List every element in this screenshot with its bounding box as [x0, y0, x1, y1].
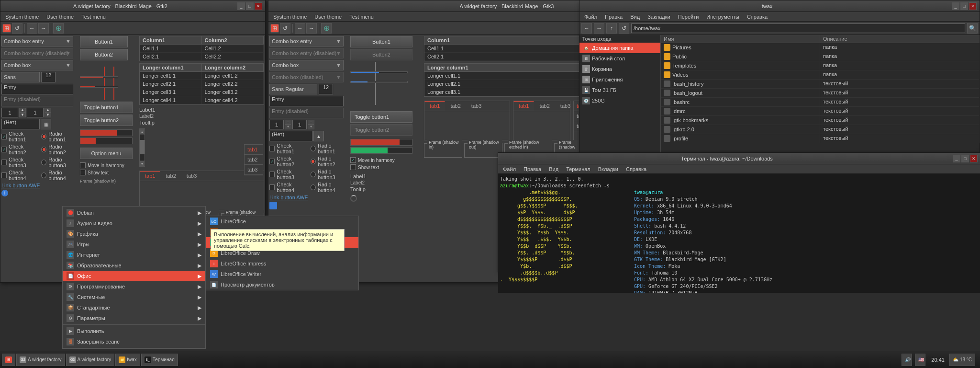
gtk3-tb-back[interactable]: ←: [295, 23, 305, 34]
file-menu-help[interactable]: Справка: [744, 13, 770, 21]
sidebar-volume2[interactable]: 💽 250G: [579, 95, 660, 106]
ctx-run[interactable]: ▶ Выполнить: [63, 326, 205, 336]
font-size-input[interactable]: 12: [41, 72, 56, 82]
ctx-debian[interactable]: 🔴 Debian ▶: [63, 207, 205, 218]
gtk3-radio2[interactable]: [311, 159, 316, 164]
radio3[interactable]: [41, 160, 46, 165]
submenu-lo[interactable]: LO LibreOffice: [206, 216, 358, 227]
gtk3-tb-icon1[interactable]: ⊞: [270, 24, 279, 33]
file-row-profile[interactable]: .profile текстовый: [661, 134, 980, 143]
longer-row-2[interactable]: Longer cell2.1 Longer cell2.2: [140, 80, 264, 88]
terminal-close[interactable]: ✕: [970, 155, 978, 162]
file-minimize[interactable]: _: [952, 2, 959, 10]
ctx-edu[interactable]: 📚 Образовательные ▶: [63, 260, 205, 271]
gtk3-combo-entry[interactable]: Combo box entry ▼: [269, 36, 344, 46]
scroll-up-btn[interactable]: ▲: [140, 129, 145, 135]
gtk3-tab3b[interactable]: tab3: [555, 101, 576, 111]
spin1-up[interactable]: ▲: [19, 108, 26, 113]
sidebar-home[interactable]: 🏠 Домашняя папка: [579, 43, 660, 53]
gtk3-toggle2[interactable]: Toggle button2: [350, 124, 412, 136]
file-row-pictures[interactable]: Pictures папка: [661, 43, 980, 52]
longer-row-3[interactable]: Longer cell3.1 Longer cell3.2: [140, 88, 264, 96]
file-tb-fwd[interactable]: →: [594, 23, 604, 34]
spin2-down[interactable]: ▼: [45, 113, 51, 117]
gtk3-menu-test[interactable]: Test menu: [346, 13, 377, 21]
terminal-content[interactable]: Taking shot in 3.. 2.. 1.. 0. azura@twax…: [498, 174, 980, 293]
gtk3-tb-forward[interactable]: →: [306, 23, 317, 34]
gtk2-menu-test[interactable]: Test menu: [78, 13, 109, 21]
tab-vert1[interactable]: tab1: [245, 145, 263, 155]
scroll-track[interactable]: [140, 135, 145, 161]
gtk3-radio4[interactable]: [311, 184, 316, 190]
combo-box[interactable]: Combo box ▼: [1, 60, 73, 70]
file-menu-go[interactable]: Перейти: [675, 13, 702, 21]
gtk3-menu-system[interactable]: System theme: [270, 13, 310, 21]
gtk3-button2[interactable]: Button2: [350, 49, 412, 60]
file-row-public[interactable]: Public папка: [661, 52, 980, 61]
tab-vert3[interactable]: tab3: [245, 165, 263, 175]
radio4[interactable]: [41, 172, 46, 178]
gtk3-font-size-input[interactable]: 12: [319, 84, 333, 94]
ctx-games[interactable]: 🎮 Игры ▶: [63, 239, 205, 250]
terminal-menu-file[interactable]: Файл: [500, 165, 519, 173]
file-menu-edit[interactable]: Правка: [602, 13, 625, 21]
gtk3-entry-widget[interactable]: Entry: [269, 96, 344, 106]
sidebar-apps[interactable]: ⊞ Приложения: [579, 74, 660, 85]
none-btn[interactable]: ▦: [41, 119, 51, 129]
taskbar-terminal[interactable]: $_ Терминал: [141, 354, 178, 366]
gtk3-none-input[interactable]: (Нет): [269, 131, 312, 141]
file-menu-tools[interactable]: Инструменты: [703, 13, 742, 21]
ctx-system[interactable]: 🔧 Системные ▶: [63, 292, 205, 302]
taskbar-file[interactable]: 📁 twax: [115, 354, 140, 366]
file-close[interactable]: ✕: [969, 2, 977, 10]
entry-widget[interactable]: Entry: [1, 84, 73, 94]
ctx-graphics[interactable]: 🎨 Графика ▶: [63, 229, 205, 239]
file-menu-bookmarks[interactable]: Закладки: [645, 13, 673, 21]
taskbar-gtk2[interactable]: G2 A widget factory: [16, 354, 65, 366]
gtk3-spin2-minus[interactable]: −: [308, 120, 314, 125]
gtk3-check1-box[interactable]: [269, 146, 275, 151]
ctx-params[interactable]: ⚙ Параметры ▶: [63, 313, 205, 323]
radio1[interactable]: [41, 134, 46, 139]
longer-row-1[interactable]: Longer cell1.1 Longer cell1.2: [140, 72, 264, 80]
gtk2-tb-refresh[interactable]: ↺: [12, 23, 22, 34]
gtk3-combo-box[interactable]: Combo box ▼: [269, 60, 344, 70]
combo-entry[interactable]: Combo box entry ▼: [1, 36, 73, 46]
ctx-dev[interactable]: ⚙ Программирование ▶: [63, 281, 205, 292]
radio2[interactable]: [41, 147, 46, 152]
move-harmony-check[interactable]: [80, 162, 86, 168]
gtk3-button1[interactable]: Button1: [350, 36, 412, 47]
file-row-templates[interactable]: Templates папка: [661, 61, 980, 70]
gtk3-spin1-input[interactable]: [269, 120, 284, 129]
option-menu[interactable]: Option menu: [80, 148, 133, 159]
check4-box[interactable]: [1, 172, 7, 178]
file-row-gtk-bookmarks[interactable]: .gtk-bookmarks текстовый: [661, 116, 980, 125]
terminal-minimize[interactable]: _: [953, 155, 960, 162]
gtk2-tb-forward[interactable]: →: [38, 23, 49, 34]
scrollbar-vertical[interactable]: ▲ ▼: [139, 128, 145, 167]
button2[interactable]: Button2: [80, 49, 128, 60]
gtk3-scale-h2[interactable]: [350, 81, 408, 83]
sidebar-trash[interactable]: 🗑 Корзина: [579, 64, 660, 74]
show-text-check[interactable]: [80, 170, 86, 175]
gtk3-tab2b[interactable]: tab2: [534, 101, 555, 111]
gtk3-show-text-check[interactable]: [350, 164, 356, 170]
spin2-up[interactable]: ▲: [45, 108, 51, 113]
gtk3-radio1[interactable]: [311, 146, 316, 151]
tree-row-2[interactable]: Cell2.1 Cell2.2: [140, 53, 264, 61]
submenu-doc-viewer[interactable]: 📄 Просмотр документов: [206, 279, 358, 290]
gtk3-tb-add[interactable]: ⊕: [321, 23, 332, 34]
gtk2-close[interactable]: ✕: [255, 2, 262, 10]
gtk3-scale-h1[interactable]: [350, 71, 408, 73]
file-col-name[interactable]: Имя: [661, 35, 820, 43]
gtk3-toggle1[interactable]: Toggle button1: [350, 111, 412, 123]
gtk3-check4-box[interactable]: [269, 184, 275, 190]
ctx-standard[interactable]: 📦 Стандартные ▶: [63, 302, 205, 313]
submenu-writer[interactable]: W LibreOffice Writer: [206, 269, 358, 279]
scroll-thumb[interactable]: [140, 140, 145, 154]
ctx-internet[interactable]: 🌐 Интернет ▶: [63, 250, 205, 260]
gtk3-tab3[interactable]: tab3: [466, 101, 487, 111]
scale-h2[interactable]: [80, 86, 118, 88]
file-row-gtkrc[interactable]: .gtkrc-2.0 текстовый: [661, 125, 980, 134]
gtk3-menu-user[interactable]: User theme: [312, 13, 345, 21]
